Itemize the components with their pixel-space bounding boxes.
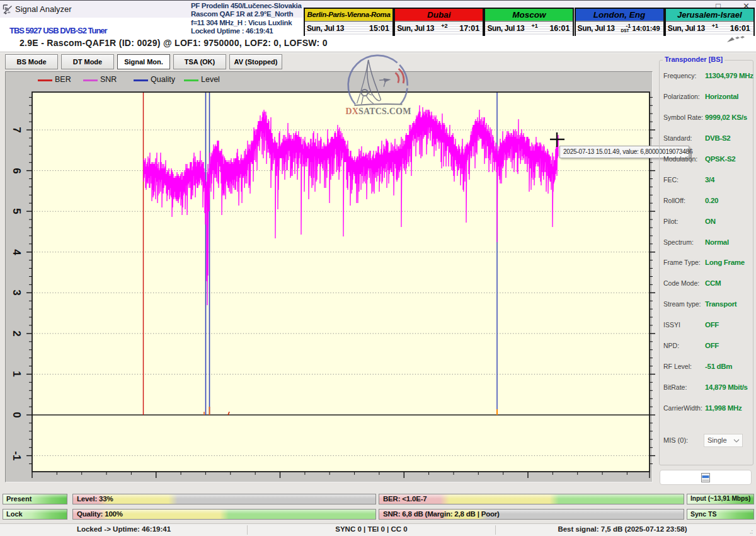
svg-text:4: 4 bbox=[11, 249, 23, 255]
svg-text:1: 1 bbox=[11, 371, 23, 376]
svg-text:3: 3 bbox=[11, 289, 23, 295]
svg-text:-1: -1 bbox=[11, 451, 23, 460]
svg-text:2: 2 bbox=[11, 330, 23, 336]
svg-text:5: 5 bbox=[11, 208, 23, 214]
svg-text:DXSATCS.COM: DXSATCS.COM bbox=[345, 107, 411, 116]
svg-text:6: 6 bbox=[11, 168, 23, 173]
svg-text:0: 0 bbox=[11, 412, 23, 417]
svg-text:7: 7 bbox=[11, 127, 23, 132]
